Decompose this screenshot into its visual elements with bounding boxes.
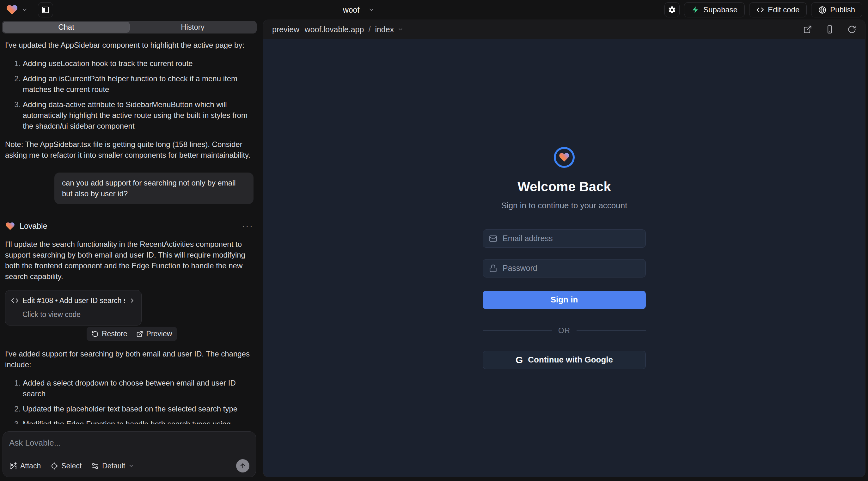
email-field[interactable] [483,229,646,248]
divider-line [577,330,646,330]
attach-label: Attach [20,462,41,470]
url-chevron-down-icon [398,27,403,32]
gear-icon [668,6,676,14]
composer-toolbar: Attach Select Default [9,459,249,473]
open-in-new-tab-button[interactable] [803,25,812,34]
edit-card-title-row: Edit #108 • Add user ID search supp... [11,295,135,306]
preview-url-separator: / [368,25,371,34]
smartphone-icon [825,25,834,34]
attach-button[interactable]: Attach [9,462,41,470]
preview-label: Preview [146,330,172,338]
mode-label: Default [102,462,125,470]
code-brackets-icon [756,6,764,13]
preview-url-dropdown[interactable]: preview--woof.lovable.app / index [272,25,403,34]
refresh-button[interactable] [847,25,856,34]
list-item: Adding useLocation hook to track the cur… [23,58,253,69]
welcome-subheading: Sign in to continue to your account [501,201,627,211]
panel-left-icon [41,6,50,14]
preview-app-content: Welcome Back Sign in to continue to your… [263,39,865,477]
message-menu-dots-icon[interactable]: ··· [242,223,253,229]
arrow-up-icon [239,462,246,469]
edit-code-button[interactable]: Edit code [749,2,807,18]
restore-label: Restore [102,330,127,338]
select-button[interactable]: Select [50,462,82,470]
assistant-message-intro-2: I'll update the search functionality in … [5,239,253,282]
email-field-wrapper [483,229,646,248]
password-field-wrapper [483,259,646,278]
tab-chat[interactable]: Chat [3,22,130,33]
or-label: OR [558,326,570,335]
project-chevron-down-icon[interactable] [368,7,375,13]
google-button-label: Continue with Google [528,355,613,365]
lovable-app-window: woof Supabase [0,0,868,481]
continue-with-google-button[interactable]: G Continue with Google [483,351,646,369]
user-message-text: can you add support for searching not on… [62,179,236,198]
user-message-bubble: can you add support for searching not on… [54,172,253,204]
topbar-right-group: Supabase Edit code Publish [664,2,862,18]
mail-icon [489,234,497,243]
chat-messages: I've updated the AppSidebar component to… [0,33,258,424]
publish-label: Publish [830,5,855,14]
tab-history[interactable]: History [130,22,256,33]
app-logo [554,147,575,168]
preview-actions [803,25,856,34]
list-item: Adding an isCurrentPath helper function … [23,73,253,95]
list-item: Adding data-active attribute to SidebarM… [23,99,253,131]
settings-sliders-icon [91,462,99,470]
locate-crosshair-icon [50,462,58,470]
image-plus-icon [9,462,17,470]
supabase-label: Supabase [703,5,738,14]
edit-code-label: Edit code [768,5,799,14]
mode-selector-button[interactable]: Default [91,462,134,470]
divider-line [483,330,552,330]
chevron-right-icon [129,297,135,304]
google-g-icon: G [516,355,523,365]
sign-in-button[interactable]: Sign in [483,291,646,309]
supabase-bolt-icon [691,6,700,14]
preview-button[interactable]: Preview [136,330,172,338]
assistant-message-intro: I've updated the AppSidebar component to… [5,40,253,51]
chat-panel: Chat History I've updated the AppSidebar… [0,20,258,481]
top-bar: woof Supabase [0,0,868,20]
chat-history-tabs: Chat History [2,21,257,33]
assistant-change-list-2: Added a select dropdown to choose betwee… [5,378,253,424]
assistant-header: Lovable ··· [5,221,253,231]
list-item: Modified the Edge Function to handle bot… [23,419,253,424]
chat-input[interactable] [9,438,249,448]
external-link-icon [136,330,143,338]
topbar-left-group [6,2,53,18]
preview-url-page: index [375,25,394,34]
edit-card-subtitle: Click to view code [23,309,135,320]
assistant-change-list: Adding useLocation hook to track the cur… [5,58,253,131]
main-area: Chat History I've updated the AppSidebar… [0,20,868,481]
sidebar-toggle-button[interactable] [38,2,53,18]
lovable-logo-heart-icon[interactable] [6,4,18,15]
restore-rotate-icon [92,330,99,338]
list-item: Added a select dropdown to choose betwee… [23,378,253,399]
topbar-center-group: woof [53,5,664,14]
or-divider: OR [483,326,646,335]
select-label: Select [61,462,82,470]
edit-card[interactable]: Edit #108 • Add user ID search supp... C… [5,290,142,325]
mobile-preview-button[interactable] [825,25,834,34]
preview-panel: preview--woof.lovable.app / index [263,20,865,477]
preview-url-host: preview--woof.lovable.app [272,25,364,34]
restore-button[interactable]: Restore [92,330,127,338]
publish-button[interactable]: Publish [811,2,862,18]
mode-chevron-down-icon [128,463,134,469]
lovable-heart-icon [5,222,15,231]
edit-card-toolbar: Restore Preview [87,327,177,341]
password-field[interactable] [483,259,646,278]
edit-card-title: Edit #108 • Add user ID search supp... [23,295,125,306]
code-icon [11,297,19,304]
assistant-name: Lovable [20,221,48,231]
signin-card: Welcome Back Sign in to continue to your… [483,147,646,369]
send-button[interactable] [236,459,249,473]
globe-icon [818,6,826,14]
settings-button[interactable] [664,2,680,18]
assistant-summary: I've added support for searching by both… [5,349,253,370]
project-title: woof [343,5,360,14]
welcome-heading: Welcome Back [518,179,611,194]
supabase-button[interactable]: Supabase [684,2,745,18]
workspace-chevron-down-icon[interactable] [22,7,28,13]
